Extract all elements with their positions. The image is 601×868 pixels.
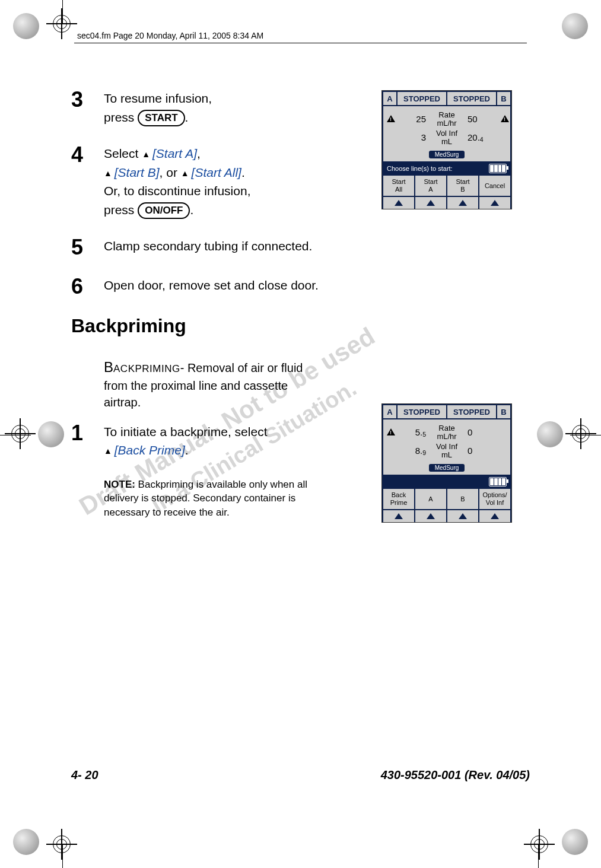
warning-icon: [501, 115, 509, 122]
step-3: 3 To resume infusion, press START.: [71, 89, 297, 126]
decorative-circle: [13, 829, 39, 855]
status-b: STOPPED: [447, 92, 496, 105]
softkey-cancel[interactable]: Cancel: [479, 176, 510, 196]
rate-label: Rate mL/hr: [428, 111, 465, 127]
vol-b-value: 20.4: [465, 132, 500, 143]
step-text: Select ▲ [Start A], ▲ [Start B], or ▲ [S…: [104, 144, 297, 219]
step-number: 5: [71, 237, 104, 258]
channel-b-label: B: [497, 92, 510, 105]
step-text: To initiate a backprime, select ▲ [Back …: [104, 422, 297, 460]
rate-label: Rate mL/hr: [428, 424, 465, 440]
rate-a-value: 5.5: [394, 427, 428, 438]
decorative-circle: [562, 13, 588, 39]
step-number: 6: [71, 276, 104, 297]
choose-line-prompt: Choose line(s) to start:: [387, 165, 453, 172]
rate-b-value: 50: [465, 114, 500, 124]
crop-line: [0, 435, 31, 435]
section-heading-backpriming: Backpriming: [71, 315, 530, 337]
registration-mark: [5, 418, 36, 449]
doc-revision: 430-95520-001 (Rev. 04/05): [381, 768, 530, 782]
channel-a-label: A: [383, 405, 396, 418]
step-5: 5 Clamp secondary tubing if connected.: [71, 237, 530, 258]
softkey-start-all[interactable]: Start All: [383, 176, 414, 196]
page-number: 4- 20: [71, 768, 98, 782]
frame-header-rule: [74, 43, 527, 43]
frame-header: sec04.fm Page 20 Monday, April 11, 2005 …: [77, 31, 263, 40]
status-a: STOPPED: [398, 405, 446, 418]
rate-a-value: 25: [394, 114, 428, 124]
warning-icon: [387, 428, 395, 435]
note-text: NOTE: Backpriming is available only when…: [104, 478, 311, 520]
softkey-start-b[interactable]: Start B: [447, 176, 478, 196]
status-b: STOPPED: [447, 405, 496, 418]
battery-icon: [489, 477, 507, 487]
channel-b-label: B: [497, 405, 510, 418]
device-screen-backprime: A STOPPED STOPPED B 5.5 Rate mL/hr 0 8.9…: [381, 403, 512, 523]
softkey-arrows: [383, 197, 510, 209]
step-text: Clamp secondary tubing if connected.: [104, 237, 530, 256]
start-key-icon: START: [138, 110, 185, 126]
status-a: STOPPED: [398, 92, 446, 105]
step-backprime-1: 1 To initiate a backprime, select ▲ [Bac…: [71, 422, 297, 460]
step-number: 3: [71, 89, 104, 110]
softkey-a[interactable]: A: [415, 489, 446, 509]
crop-line: [570, 435, 601, 435]
decorative-circle: [38, 421, 64, 447]
step-4: 4 Select ▲ [Start A], ▲ [Start B], or ▲ …: [71, 144, 297, 219]
step-number: 1: [71, 422, 104, 444]
vol-a-value: 3: [394, 132, 428, 142]
battery-icon: [489, 164, 507, 173]
channel-a-label: A: [383, 92, 396, 105]
decorative-circle: [562, 829, 588, 855]
softkey-options-volinf[interactable]: Options/ Vol Inf: [479, 489, 510, 509]
crop-line: [538, 844, 539, 868]
rate-b-value: 0: [465, 427, 500, 437]
registration-mark: [565, 418, 596, 449]
registration-mark: [46, 829, 77, 860]
softkey-start-a[interactable]: Start A: [415, 176, 446, 196]
vol-label: Vol Inf mL: [428, 129, 465, 145]
softkey-back-prime[interactable]: Back Prime: [383, 489, 414, 509]
decorative-circle: [537, 421, 563, 447]
backpriming-definition: BACKPRIMING- Removal of air or fluid fro…: [104, 357, 311, 411]
onoff-key-icon: ON/OFF: [138, 202, 190, 219]
vol-b-value: 0: [465, 446, 500, 456]
registration-mark: [46, 8, 77, 39]
crop-line: [62, 844, 63, 868]
cca-label: MedSurg: [429, 464, 465, 472]
vol-label: Vol Inf mL: [428, 443, 465, 459]
step-text: To resume infusion, press START.: [104, 89, 297, 126]
device-screen-start: A STOPPED STOPPED B 25 Rate mL/hr 50 3 V…: [381, 90, 512, 209]
step-number: 4: [71, 144, 104, 166]
decorative-circle: [13, 13, 39, 39]
registration-mark: [524, 829, 555, 860]
vol-a-value: 8.9: [394, 446, 428, 456]
cca-label: MedSurg: [429, 151, 465, 158]
softkey-arrows: [383, 510, 510, 522]
step-text: Open door, remove set and close door.: [104, 276, 530, 295]
softkey-b[interactable]: B: [447, 489, 478, 509]
warning-icon: [387, 115, 395, 122]
crop-line: [62, 0, 63, 24]
step-6: 6 Open door, remove set and close door.: [71, 276, 530, 297]
page-footer: 4- 20 430-95520-001 (Rev. 04/05): [71, 768, 530, 782]
